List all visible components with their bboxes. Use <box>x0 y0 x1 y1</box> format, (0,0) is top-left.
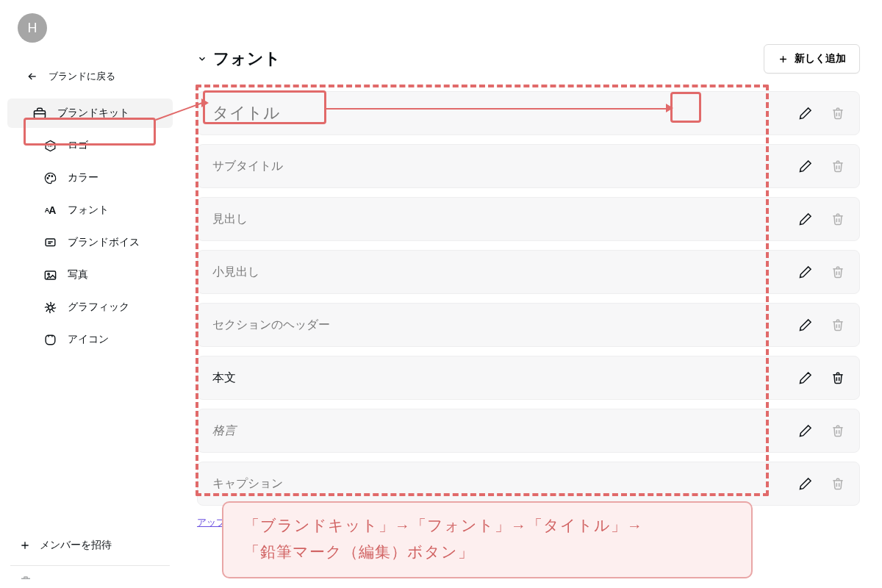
sidebar-item-label: カラー <box>68 171 98 184</box>
svg-point-2 <box>47 177 49 179</box>
logo-icon: co. <box>43 138 57 153</box>
iconset-icon <box>43 332 57 347</box>
divider <box>10 565 170 566</box>
font-row-actions <box>795 420 849 442</box>
font-icon: AA <box>43 203 57 218</box>
sidebar-item-color[interactable]: カラー <box>7 163 173 193</box>
font-row-label: キャプション <box>212 476 795 492</box>
sidebar-item-font[interactable]: AA フォント <box>7 196 173 225</box>
font-row-actions <box>795 208 849 230</box>
annotation-callout: 「ブランドキット」→「フォント」→「タイトル」→ 「鉛筆マーク（編集）ボタン」 <box>222 501 753 578</box>
font-row-label: 格言 <box>212 423 795 439</box>
font-row-actions <box>795 155 849 177</box>
invite-members[interactable]: メンバーを招待 <box>0 528 180 562</box>
font-row[interactable]: 格言 <box>197 409 860 453</box>
svg-point-4 <box>51 175 53 176</box>
font-row-actions <box>795 367 849 389</box>
font-row[interactable]: キャプション <box>197 462 860 506</box>
font-row[interactable]: 見出し <box>197 197 860 241</box>
edit-pencil-icon[interactable] <box>795 367 817 389</box>
delete-trash-icon[interactable] <box>827 420 849 442</box>
svg-rect-0 <box>35 111 46 118</box>
section-toggle[interactable]: フォント <box>197 48 281 70</box>
plus-icon <box>19 539 31 551</box>
main: フォント 新しく追加 タイトルサブタイトル見出し小見出しセクションのヘッダー本文… <box>193 0 882 529</box>
svg-rect-5 <box>46 238 55 245</box>
add-new-button[interactable]: 新しく追加 <box>764 44 860 74</box>
edit-pencil-icon[interactable] <box>795 473 817 495</box>
font-row[interactable]: サブタイトル <box>197 144 860 188</box>
font-row-label: セクションのヘッダー <box>212 318 795 333</box>
edit-pencil-icon[interactable] <box>795 314 817 336</box>
delete-trash-icon[interactable] <box>827 102 849 124</box>
graphic-icon <box>43 300 57 315</box>
delete-trash-icon[interactable] <box>827 367 849 389</box>
edit-pencil-icon[interactable] <box>795 261 817 283</box>
edit-pencil-icon[interactable] <box>795 420 817 442</box>
font-row-label: 見出し <box>212 212 795 227</box>
delete-trash-icon[interactable] <box>827 261 849 283</box>
font-row-actions <box>795 314 849 336</box>
chevron-down-icon <box>197 54 207 64</box>
delete-trash-icon[interactable] <box>827 155 849 177</box>
svg-point-3 <box>49 175 50 176</box>
font-row[interactable]: 本文 <box>197 356 860 400</box>
sidebar-item-label: ロゴ <box>68 139 88 152</box>
callout-line2: 「鉛筆マーク（編集）ボタン」 <box>244 539 731 566</box>
sidebar-item-label: ブランドキット <box>57 107 129 120</box>
sidebar-item-logo[interactable]: co. ロゴ <box>7 131 173 160</box>
callout-line1: 「ブランドキット」→「フォント」→「タイトル」→ <box>244 513 731 539</box>
palette-icon <box>43 171 57 185</box>
back-to-brands[interactable]: ブランドに戻る <box>0 63 180 90</box>
font-row[interactable]: セクションのヘッダー <box>197 303 860 347</box>
sidebar: H ブランドに戻る ブランドキット co. ロゴ カラー AA フォント <box>0 0 180 588</box>
sidebar-item-photo[interactable]: 写真 <box>7 260 173 290</box>
delete-trash-icon[interactable] <box>827 314 849 336</box>
sidebar-footer-item[interactable] <box>0 570 180 588</box>
sidebar-item-label: 写真 <box>68 268 88 282</box>
edit-pencil-icon[interactable] <box>795 155 817 177</box>
font-row-actions <box>795 102 849 124</box>
section-header: フォント 新しく追加 <box>197 44 860 74</box>
trash-icon <box>19 575 32 588</box>
font-list: タイトルサブタイトル見出し小見出しセクションのヘッダー本文格言キャプション <box>197 91 860 506</box>
sidebar-item-label: アイコン <box>68 333 109 346</box>
delete-trash-icon[interactable] <box>827 208 849 230</box>
briefcase-icon <box>32 106 47 121</box>
font-row[interactable]: タイトル <box>197 91 860 135</box>
font-row-label: 小見出し <box>212 265 795 280</box>
font-row-label: 本文 <box>212 370 795 386</box>
photo-icon <box>43 268 57 282</box>
svg-text:co.: co. <box>48 143 53 148</box>
sidebar-item-label: グラフィック <box>68 301 129 314</box>
edit-pencil-icon[interactable] <box>795 102 817 124</box>
arrow-left-icon <box>25 69 40 84</box>
sidebar-item-label: フォント <box>68 204 109 217</box>
font-row-actions <box>795 473 849 495</box>
font-row[interactable]: 小見出し <box>197 250 860 294</box>
voice-icon <box>43 235 57 250</box>
font-row-actions <box>795 261 849 283</box>
plus-icon <box>778 54 789 65</box>
invite-label: メンバーを招待 <box>40 539 112 552</box>
back-label: ブランドに戻る <box>49 70 115 83</box>
edit-pencil-icon[interactable] <box>795 208 817 230</box>
sidebar-item-brandvoice[interactable]: ブランドボイス <box>7 228 173 257</box>
sidebar-item-icons[interactable]: アイコン <box>7 325 173 354</box>
svg-point-7 <box>47 273 49 274</box>
avatar[interactable]: H <box>18 13 47 43</box>
font-row-label: サブタイトル <box>212 159 795 174</box>
section-title: フォント <box>213 48 281 70</box>
sidebar-item-brandkit[interactable]: ブランドキット <box>7 98 173 128</box>
sidebar-item-graphic[interactable]: グラフィック <box>7 293 173 322</box>
svg-point-8 <box>48 305 52 309</box>
delete-trash-icon[interactable] <box>827 473 849 495</box>
add-new-label: 新しく追加 <box>795 52 846 65</box>
sidebar-item-label: ブランドボイス <box>68 236 140 249</box>
font-row-label: タイトル <box>212 102 795 124</box>
